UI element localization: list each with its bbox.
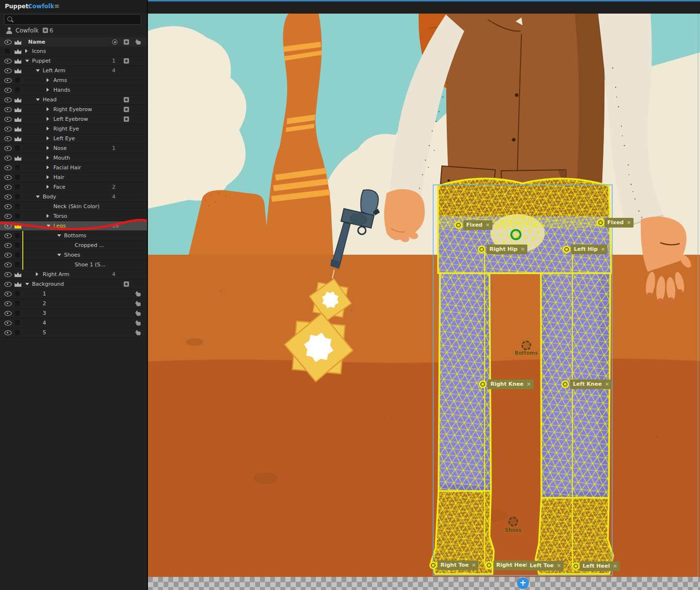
independence-hand-icon[interactable] — [136, 311, 141, 316]
layer-row-background[interactable]: Background — [0, 279, 147, 289]
layer-row-right-eyebrow[interactable]: Right Eyebrow — [0, 105, 147, 115]
pin-label-right-heel[interactable]: Right Heel — [493, 560, 530, 570]
layer-row-shoes[interactable]: Shoes — [0, 250, 147, 260]
visibility-toggle[interactable] — [4, 127, 12, 131]
disclosure-arrow-icon[interactable] — [47, 225, 50, 227]
disclosure-arrow-icon[interactable] — [25, 283, 29, 285]
crown-slot-empty[interactable] — [15, 165, 20, 170]
crown-slot-empty[interactable] — [15, 204, 20, 209]
puppet-mesh-canvas[interactable]: Bottoms Shoes Fixed× Fixed× Right Hip× L… — [148, 0, 700, 590]
behavior-badge-icon[interactable] — [124, 107, 129, 112]
layer-row-legs-selected[interactable]: Legs16 — [0, 221, 147, 231]
remove-pin-icon[interactable]: × — [556, 562, 561, 569]
crown-slot-empty[interactable] — [15, 233, 20, 238]
disclosure-arrow-icon[interactable] — [47, 117, 49, 121]
crown-slot-empty[interactable] — [15, 175, 20, 180]
layer-row-right-arm[interactable]: Right Arm4 — [0, 270, 147, 279]
visibility-toggle[interactable] — [4, 107, 12, 112]
layer-row-arms[interactable]: Arms — [0, 76, 147, 85]
bottoms-group-handle[interactable] — [521, 341, 531, 350]
visibility-toggle[interactable] — [4, 282, 12, 287]
layer-row-right-eye[interactable]: Right Eye — [0, 124, 147, 134]
layer-row-hair[interactable]: Hair — [0, 173, 147, 182]
layer-row-bottoms[interactable]: Bottoms — [0, 231, 147, 241]
crown-slot-empty[interactable] — [15, 78, 20, 82]
disclosure-arrow-icon[interactable] — [47, 146, 49, 150]
remove-pin-icon[interactable]: × — [601, 246, 605, 252]
layer-row-mouth[interactable]: Mouth — [0, 153, 147, 163]
layer-row-background-1[interactable]: 1 — [0, 289, 147, 299]
pin-label-left-heel[interactable]: Left Heel× — [580, 561, 619, 571]
visibility-toggle[interactable] — [4, 204, 12, 209]
pin-label-right-toe[interactable]: Right Toe× — [438, 560, 478, 570]
crown-icon[interactable] — [15, 58, 21, 64]
visibility-toggle[interactable] — [4, 136, 12, 141]
mesh-pin-right-heel[interactable] — [485, 561, 493, 569]
layer-row-nose[interactable]: Nose1 — [0, 144, 147, 153]
independence-hand-icon[interactable] — [136, 330, 141, 335]
crown-slot-empty[interactable] — [15, 291, 20, 296]
crown-icon[interactable] — [15, 49, 21, 54]
badge-column-icon[interactable] — [124, 39, 129, 45]
crown-icon-active[interactable] — [15, 223, 21, 229]
origin-handle[interactable] — [510, 229, 521, 240]
pin-label-right-hip[interactable]: Right Hip× — [487, 245, 527, 254]
mesh-pin-left-hip[interactable] — [563, 246, 570, 253]
visibility-toggle[interactable] — [4, 262, 12, 267]
disclosure-arrow-icon[interactable] — [36, 196, 40, 198]
visibility-toggle[interactable] — [4, 195, 12, 199]
crown-slot-empty[interactable] — [15, 184, 20, 189]
layer-row-left-eye[interactable]: Left Eye — [0, 134, 147, 144]
disclosure-arrow-icon[interactable] — [36, 272, 38, 276]
visibility-toggle[interactable] — [4, 156, 12, 161]
remove-pin-icon[interactable]: × — [613, 563, 617, 569]
panel-title-puppet-name[interactable]: Cowfolk — [28, 3, 54, 10]
layer-row-icons[interactable]: Icons — [0, 47, 147, 56]
mesh-pin-right-knee[interactable] — [479, 380, 487, 388]
crown-icon[interactable] — [15, 272, 21, 277]
layer-row-hands[interactable]: Hands — [0, 85, 147, 95]
crown-icon[interactable] — [15, 107, 21, 112]
visibility-toggle[interactable] — [4, 88, 12, 93]
independence-hand-icon[interactable] — [136, 291, 141, 296]
visibility-toggle[interactable] — [4, 185, 12, 190]
disclosure-arrow-icon[interactable] — [36, 98, 40, 101]
visibility-toggle[interactable] — [4, 311, 12, 316]
visibility-toggle[interactable] — [4, 117, 12, 122]
independence-hand-icon[interactable] — [136, 301, 141, 306]
mesh-pin-right-hip[interactable] — [478, 246, 486, 253]
visibility-toggle[interactable] — [4, 233, 12, 238]
crown-icon[interactable] — [15, 126, 21, 131]
crown-slot-empty[interactable] — [15, 87, 20, 92]
layer-row-puppet[interactable]: Puppet1 — [0, 56, 147, 66]
crown-icon[interactable] — [15, 68, 21, 73]
search-input[interactable] — [14, 15, 137, 24]
layer-row-body[interactable]: Body4 — [0, 192, 147, 202]
crown-slot-empty[interactable] — [15, 252, 20, 257]
layer-row-cropped[interactable]: Cropped ... — [0, 241, 147, 250]
layer-row-background-4[interactable]: 4 — [0, 318, 147, 328]
crown-slot-empty[interactable] — [15, 146, 20, 150]
visibility-toggle[interactable] — [4, 253, 12, 258]
visibility-toggle[interactable] — [4, 330, 12, 335]
independence-hand-icon[interactable] — [136, 320, 141, 326]
disclosure-arrow-icon[interactable] — [25, 60, 29, 62]
pin-label-left-toe[interactable]: Left Toe× — [527, 561, 564, 571]
pin-label-right-knee[interactable]: Right Knee× — [488, 379, 534, 389]
layer-row-background-3[interactable]: 3 — [0, 309, 147, 318]
crown-icon[interactable] — [15, 136, 21, 141]
visibility-column-eye-icon[interactable] — [4, 40, 12, 45]
layer-row-background-2[interactable]: 2 — [0, 299, 147, 309]
layer-row-background-5[interactable]: 5 — [0, 328, 147, 338]
remove-pin-icon[interactable]: × — [472, 562, 476, 568]
behavior-badge-icon[interactable] — [124, 116, 129, 122]
crown-icon[interactable] — [15, 97, 21, 102]
visibility-toggle[interactable] — [4, 301, 12, 306]
disclosure-arrow-icon[interactable] — [47, 165, 49, 169]
disclosure-arrow-icon[interactable] — [47, 156, 49, 160]
remove-pin-icon[interactable]: × — [605, 381, 609, 387]
visibility-toggle[interactable] — [4, 68, 12, 73]
crown-icon[interactable] — [15, 155, 21, 161]
panel-menu-icon[interactable]: ≡ — [54, 2, 60, 10]
disclosure-arrow-icon[interactable] — [47, 185, 49, 189]
